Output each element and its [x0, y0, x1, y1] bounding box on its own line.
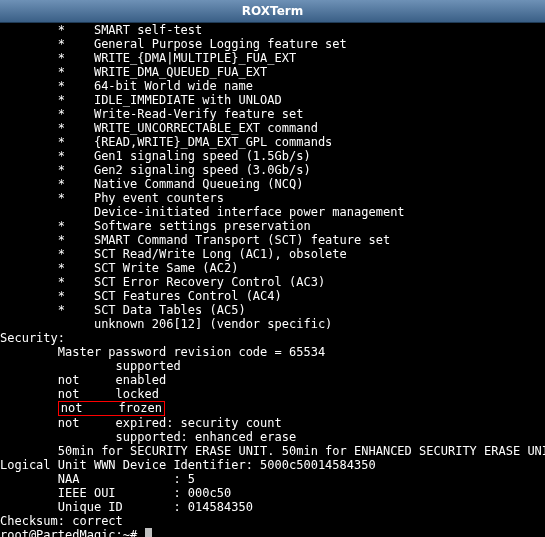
terminal-line: supported: enhanced erase [0, 430, 545, 444]
terminal-line: * Phy event counters [0, 191, 545, 205]
terminal-line: * SCT Error Recovery Control (AC3) [0, 275, 545, 289]
cursor [145, 528, 152, 537]
terminal-line: * WRITE_{DMA|MULTIPLE}_FUA_EXT [0, 51, 545, 65]
terminal-line: * SMART Command Transport (SCT) feature … [0, 233, 545, 247]
terminal-line: not enabled [0, 373, 545, 387]
terminal-line: * SCT Data Tables (AC5) [0, 303, 545, 317]
terminal-line: Logical Unit WWN Device Identifier: 5000… [0, 458, 545, 472]
terminal-line: Security: [0, 331, 545, 345]
terminal-line: * {READ,WRITE}_DMA_EXT_GPL commands [0, 135, 545, 149]
terminal-line: not locked [0, 387, 545, 401]
terminal-line: * SCT Write Same (AC2) [0, 261, 545, 275]
terminal-line: * SMART self-test [0, 23, 545, 37]
terminal-prompt-line[interactable]: root@PartedMagic:~# [0, 528, 545, 537]
terminal-line: * General Purpose Logging feature set [0, 37, 545, 51]
terminal-line: IEEE OUI : 000c50 [0, 486, 545, 500]
terminal-line: * 64-bit World wide name [0, 79, 545, 93]
terminal-line: Unique ID : 014584350 [0, 500, 545, 514]
terminal-line: * Software settings preservation [0, 219, 545, 233]
frozen-status-highlight: not frozen [58, 401, 165, 416]
terminal-line: supported [0, 359, 545, 373]
terminal-line: NAA : 5 [0, 472, 545, 486]
window-titlebar: ROXTerm [0, 0, 545, 23]
terminal-line: * IDLE_IMMEDIATE with UNLOAD [0, 93, 545, 107]
terminal-output[interactable]: * SMART self-test * General Purpose Logg… [0, 23, 545, 537]
terminal-line: * SCT Features Control (AC4) [0, 289, 545, 303]
terminal-line: Checksum: correct [0, 514, 545, 528]
terminal-line: 50min for SECURITY ERASE UNIT. 50min for… [0, 444, 545, 458]
terminal-line-highlighted: not frozen [0, 401, 545, 416]
terminal-line: Device-initiated interface power managem… [0, 205, 545, 219]
terminal-line: * Write-Read-Verify feature set [0, 107, 545, 121]
terminal-line: Master password revision code = 65534 [0, 345, 545, 359]
terminal-line: * SCT Read/Write Long (AC1), obsolete [0, 247, 545, 261]
shell-prompt: root@PartedMagic:~# [0, 528, 145, 537]
terminal-line: * Gen1 signaling speed (1.5Gb/s) [0, 149, 545, 163]
terminal-line: * WRITE_DMA_QUEUED_FUA_EXT [0, 65, 545, 79]
terminal-line: * Gen2 signaling speed (3.0Gb/s) [0, 163, 545, 177]
terminal-line: unknown 206[12] (vendor specific) [0, 317, 545, 331]
window-title: ROXTerm [242, 4, 303, 18]
terminal-line: not expired: security count [0, 416, 545, 430]
terminal-line: * Native Command Queueing (NCQ) [0, 177, 545, 191]
terminal-line: * WRITE_UNCORRECTABLE_EXT command [0, 121, 545, 135]
